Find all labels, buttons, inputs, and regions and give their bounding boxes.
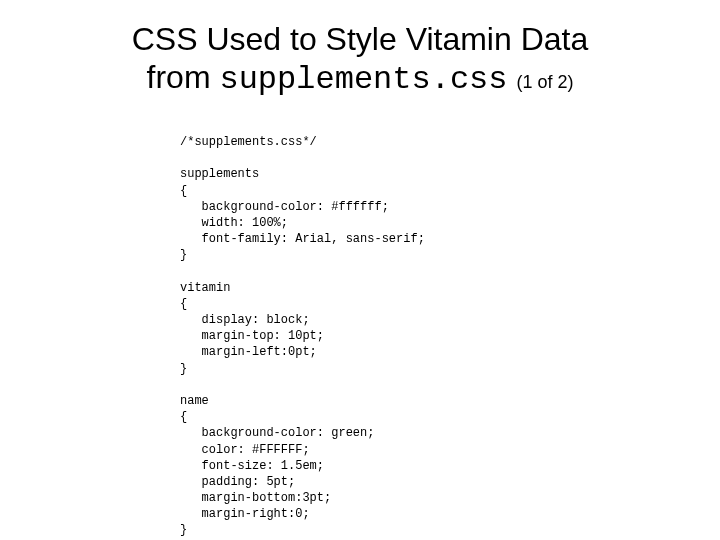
selector-vitamin: vitamin — [180, 281, 230, 295]
rule-margintop: margin-top: 10pt; — [180, 329, 324, 343]
brace-close: } — [180, 523, 187, 537]
css-code-block: /*supplements.css*/ supplements { backgr… — [180, 118, 690, 539]
rule-width: width: 100%; — [180, 216, 288, 230]
code-comment: /*supplements.css*/ — [180, 135, 317, 149]
brace-open: { — [180, 297, 187, 311]
slide-heading: CSS Used to Style Vitamin Data from supp… — [30, 20, 690, 100]
rule-padding: padding: 5pt; — [180, 475, 295, 489]
rule-display: display: block; — [180, 313, 310, 327]
selector-supplements: supplements — [180, 167, 259, 181]
rule-fontsize: font-size: 1.5em; — [180, 459, 324, 473]
heading-filename: supplements.css — [219, 61, 507, 98]
page-indicator: (1 of 2) — [516, 72, 573, 92]
brace-open: { — [180, 184, 187, 198]
rule-marginbottom: margin-bottom:3pt; — [180, 491, 331, 505]
rule-bgcolor-green: background-color: green; — [180, 426, 374, 440]
selector-name: name — [180, 394, 209, 408]
brace-open: { — [180, 410, 187, 424]
rule-marginright: margin-right:0; — [180, 507, 310, 521]
rule-fontfamily: font-family: Arial, sans-serif; — [180, 232, 425, 246]
rule-color: color: #FFFFFF; — [180, 443, 310, 457]
heading-line2-prefix: from — [147, 59, 220, 95]
rule-bgcolor: background-color: #ffffff; — [180, 200, 389, 214]
rule-marginleft: margin-left:0pt; — [180, 345, 317, 359]
brace-close: } — [180, 248, 187, 262]
brace-close: } — [180, 362, 187, 376]
heading-line1: CSS Used to Style Vitamin Data — [132, 21, 589, 57]
